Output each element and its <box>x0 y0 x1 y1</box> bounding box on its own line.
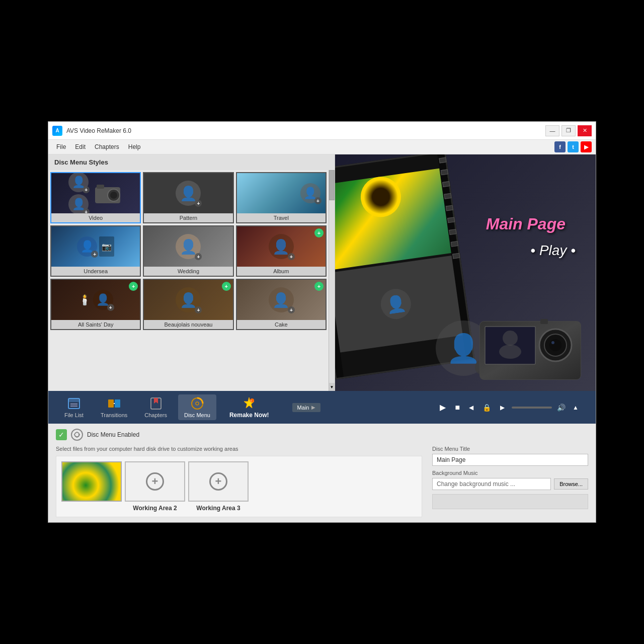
toolbar-transitions[interactable]: Transitions <box>95 394 133 420</box>
disc-menu-title-input[interactable] <box>432 454 588 466</box>
file-list-icon <box>67 396 81 411</box>
style-pattern[interactable]: 👤 + Pattern <box>143 172 233 223</box>
minimize-button[interactable]: — <box>545 125 559 136</box>
svg-text:!: ! <box>251 399 252 403</box>
scrollbar-thumb[interactable] <box>329 170 335 200</box>
working-area-1-thumb <box>61 461 122 502</box>
premium-badge: + <box>314 282 324 291</box>
style-allsaints[interactable]: + 🕯️ 👤 + All Saints' <box>50 279 141 330</box>
menu-items: File Edit Chapters Help <box>52 142 144 151</box>
disc-menu-enabled-label: Disc Menu Enabled <box>87 431 139 438</box>
styles-grid: 👤 + 👤 + <box>50 172 327 330</box>
scene-arrow: ▶ <box>311 405 315 410</box>
style-cake[interactable]: + 👤 + Cake <box>236 279 327 330</box>
social-icons: f t ▶ <box>554 141 592 152</box>
style-album[interactable]: + 👤 + Album <box>236 225 327 277</box>
working-area-1-image <box>62 462 121 501</box>
working-area-3[interactable]: + Working Area 3 <box>188 461 249 512</box>
working-areas-instruction: Select files from your computer hard dis… <box>56 446 422 452</box>
toolbar-chapters[interactable]: Chapters <box>138 394 173 420</box>
bottom-main: Select files from your computer hard dis… <box>56 446 588 517</box>
svg-point-12 <box>551 341 554 344</box>
chapters-label: Chapters <box>144 412 167 418</box>
style-label-album: Album <box>237 267 326 276</box>
camera-svg <box>93 182 123 205</box>
close-button[interactable]: ✕ <box>578 125 592 136</box>
style-thumb-wedding: 👤 + <box>144 226 232 267</box>
style-label-wedding: Wedding <box>144 267 232 276</box>
remake-icon: ! <box>242 396 256 411</box>
playback-controls: ▶ ■ ◀ 🔒 ▶ 🔊 ▲ <box>438 400 586 414</box>
menu-file[interactable]: File <box>52 142 70 151</box>
menu-edit[interactable]: Edit <box>71 142 90 151</box>
person-icon: 👤 + <box>176 234 201 259</box>
add-badge: + <box>288 253 295 260</box>
title-bar-left: A AVS Video ReMaker 6.0 <box>52 126 131 136</box>
premium-badge: + <box>222 282 231 291</box>
preview-main-page: Main Page <box>486 215 566 233</box>
next-scene-button[interactable]: ▶ <box>498 402 507 413</box>
preview-panel: 👤 Main Page • Play • <box>335 154 596 391</box>
add-badge: + <box>195 253 202 260</box>
style-travel[interactable]: 👤 + Travel <box>236 172 327 223</box>
svg-rect-19 <box>115 399 120 408</box>
play-button[interactable]: ▶ <box>438 400 448 414</box>
stop-button[interactable]: ■ <box>453 401 462 414</box>
lock-button[interactable]: 🔒 <box>480 401 493 414</box>
svg-rect-3 <box>97 185 104 189</box>
seek-bar[interactable] <box>512 407 552 409</box>
toolbar: File List Transitions <box>48 391 596 424</box>
add-badge: + <box>314 197 321 204</box>
right-settings: Disc Menu Title Background Music Browse.… <box>432 446 588 517</box>
add-badge: + <box>107 304 114 311</box>
working-area-2[interactable]: + Working Area 2 <box>125 461 185 512</box>
add-circle-2: + <box>146 472 164 491</box>
expand-button[interactable]: ▲ <box>571 402 581 413</box>
background-music-group: Background Music Browse... <box>432 470 588 490</box>
working-area-2-label: Working Area 2 <box>133 505 177 512</box>
style-thumb-pattern: 👤 + <box>144 173 232 213</box>
style-thumb-album: + 👤 + <box>237 226 326 267</box>
add-badge: + <box>195 200 202 207</box>
maximize-button[interactable]: ❐ <box>561 125 576 136</box>
background-music-label: Background Music <box>432 470 588 476</box>
style-label-cake: Cake <box>237 320 326 329</box>
youtube-icon[interactable]: ▶ <box>581 141 592 152</box>
person-icon: 👤 + <box>77 236 97 257</box>
scroll-down[interactable]: ▼ <box>329 383 335 391</box>
browse-button[interactable]: Browse... <box>554 478 588 490</box>
file-list-svg <box>67 396 81 411</box>
svg-rect-13 <box>540 319 548 324</box>
toolbar-file-list[interactable]: File List <box>58 394 90 420</box>
style-undersea[interactable]: 👤 + 📷 Undersea <box>50 225 141 277</box>
transitions-label: Transitions <box>101 412 127 418</box>
chapters-svg <box>149 396 163 411</box>
background-music-input[interactable] <box>432 478 551 490</box>
app-icon: A <box>52 126 62 136</box>
style-thumb-allsaints: + 🕯️ 👤 + <box>51 280 140 320</box>
menu-help[interactable]: Help <box>124 142 145 151</box>
left-panel: Disc Menu Styles 👤 <box>48 154 335 391</box>
toolbar-remake-now[interactable]: ! Remake Now! <box>221 393 277 422</box>
style-beaujolais[interactable]: + 👤 + Beaujolais nouveau <box>143 279 233 330</box>
chapters-icon <box>149 396 163 411</box>
menu-chapters[interactable]: Chapters <box>91 142 123 151</box>
transitions-icon <box>107 396 121 411</box>
disc-menu-enabled-row: ✓ Disc Menu Enabled <box>56 429 588 441</box>
scrollbar-vertical[interactable]: ▲ ▼ <box>329 170 335 391</box>
toolbar-disc-menu[interactable]: Disc Menu <box>178 394 216 420</box>
style-wedding[interactable]: 👤 + Wedding <box>143 225 233 277</box>
premium-badge: + <box>314 228 324 237</box>
add-badge: + <box>91 251 98 258</box>
scene-label: Main ▶ <box>292 403 321 412</box>
volume-button[interactable]: 🔊 <box>557 404 566 412</box>
person-icon: 👤 + <box>68 173 89 192</box>
playback-scene-area: Main ▶ <box>282 403 433 412</box>
add-badge: + <box>195 306 202 313</box>
facebook-icon[interactable]: f <box>554 141 566 152</box>
working-area-1[interactable] <box>61 461 122 512</box>
prev-scene-button[interactable]: ◀ <box>467 402 475 413</box>
remake-now-label: Remake Now! <box>229 412 269 419</box>
style-video[interactable]: 👤 + 👤 + <box>50 172 141 223</box>
twitter-icon[interactable]: t <box>568 141 579 152</box>
